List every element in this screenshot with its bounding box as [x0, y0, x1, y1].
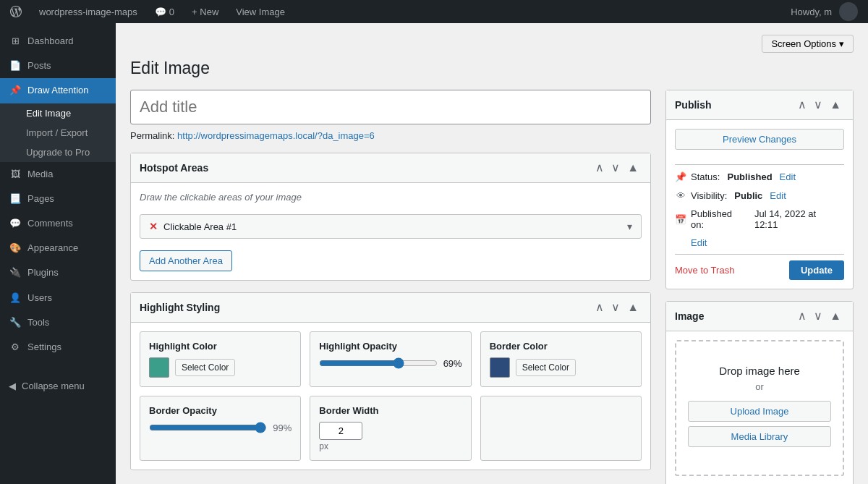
submenu-import-export[interactable]: Import / Export — [0, 123, 116, 143]
publish-collapse-arrow[interactable]: ▲ — [827, 98, 844, 112]
highlight-collapse-down[interactable]: ∨ — [608, 300, 623, 315]
upload-image-button[interactable]: Upload Image — [688, 401, 831, 422]
border-width-input[interactable] — [319, 422, 362, 440]
image-header: Image ∧ ∨ ▲ — [666, 302, 853, 331]
draw-attention-submenu: Edit Image Import / Export Upgrade to Pr… — [0, 103, 116, 162]
sidebar-label-draw-attention: Draw Attention — [27, 84, 89, 97]
published-edit-link[interactable]: Edit — [691, 237, 707, 248]
sidebar-item-pages[interactable]: 📃 Pages — [0, 187, 116, 211]
highlight-color-cell: Highlight Color Select Color — [140, 331, 301, 387]
preview-changes-button[interactable]: Preview Changes — [675, 129, 844, 150]
area1-label: Clickable Area #1 — [163, 221, 627, 232]
media-library-button[interactable]: Media Library — [688, 426, 831, 447]
image-collapse-down[interactable]: ∨ — [811, 309, 825, 323]
drop-zone-text: Drop image here — [688, 365, 831, 377]
sidebar-item-settings[interactable]: ⚙ Settings — [0, 335, 116, 360]
sidebar-item-draw-attention[interactable]: 📌 Draw Attention — [0, 78, 116, 103]
sidebar-label-appearance: Appearance — [27, 242, 78, 255]
highlight-styling-body: Highlight Color Select Color — [131, 323, 650, 470]
page-title: Edit Image — [130, 59, 854, 78]
site-name-bar[interactable]: wordpress-image-maps — [35, 0, 142, 23]
visibility-icon: 👁 — [675, 190, 686, 201]
area1-dropdown-arrow: ▾ — [627, 221, 632, 232]
highlight-opacity-slider[interactable] — [319, 357, 437, 369]
permalink-label: Permalink: — [130, 130, 174, 141]
border-opacity-slider[interactable] — [149, 422, 267, 433]
highlight-styling-title: Highlight Styling — [140, 302, 590, 313]
drop-zone-or: or — [688, 381, 831, 392]
border-opacity-value: 99% — [273, 423, 292, 433]
screen-options-button[interactable]: Screen Options ▾ — [762, 35, 854, 53]
border-color-swatch[interactable] — [490, 357, 510, 378]
publish-body: Preview Changes 📌 Status: Published Edit… — [666, 120, 853, 289]
hotspot-areas-body: Draw the clickable areas of your image ✕… — [131, 183, 650, 280]
sidebar-item-comments[interactable]: 💬 Comments — [0, 211, 116, 236]
border-width-label: Border Width — [319, 405, 461, 416]
view-image-bar-item[interactable]: View Image — [231, 0, 289, 23]
visibility-edit-link[interactable]: Edit — [770, 190, 786, 201]
hotspot-collapse-arrow[interactable]: ▲ — [624, 161, 642, 175]
image-collapse-arrow[interactable]: ▲ — [827, 309, 844, 323]
status-edit-link[interactable]: Edit — [780, 171, 796, 182]
dashboard-icon: ⊞ — [9, 35, 22, 48]
publish-collapse-down[interactable]: ∨ — [811, 98, 825, 112]
styling-grid: Highlight Color Select Color — [140, 331, 642, 387]
preview-changes-label: Preview Changes — [723, 134, 796, 145]
highlight-opacity-cell: Highlight Opacity 69% — [310, 331, 471, 387]
sidebar-item-users[interactable]: 👤 Users — [0, 286, 116, 310]
sidebar-label-pages: Pages — [27, 192, 54, 205]
sidebar-item-plugins[interactable]: 🔌 Plugins — [0, 260, 116, 285]
submenu-upgrade-pro[interactable]: Upgrade to Pro — [0, 143, 116, 162]
styling-grid-row2: Border Opacity 99% Border W — [140, 396, 642, 461]
submenu-edit-image[interactable]: Edit Image — [0, 103, 116, 123]
status-icon: 📌 — [675, 171, 686, 182]
title-input[interactable] — [130, 90, 651, 124]
hotspot-areas-metabox: Hotspot Areas ∧ ∨ ▲ Draw the clickable a… — [130, 153, 651, 281]
update-button[interactable]: Update — [789, 260, 844, 280]
image-drop-zone[interactable]: Drop image here or Upload Image Media Li… — [675, 340, 844, 476]
sidebar-label-dashboard: Dashboard — [27, 35, 74, 48]
sidebar-item-tools[interactable]: 🔧 Tools — [0, 310, 116, 335]
image-title: Image — [675, 310, 795, 322]
highlight-color-swatch[interactable] — [149, 357, 169, 378]
visibility-value: Public — [734, 190, 762, 201]
image-collapse-up[interactable]: ∧ — [795, 309, 809, 323]
border-opacity-cell: Border Opacity 99% — [140, 396, 301, 461]
comments-bar-item[interactable]: 💬 0 — [150, 0, 179, 23]
highlight-collapse-arrow[interactable]: ▲ — [624, 300, 642, 315]
sidebar-item-media[interactable]: 🖼 Media — [0, 162, 116, 187]
highlight-select-color-button[interactable]: Select Color — [175, 359, 235, 376]
hotspot-collapse-up[interactable]: ∧ — [592, 161, 607, 175]
tools-icon: 🔧 — [9, 316, 22, 329]
collapse-menu-btn[interactable]: ◀ Collapse menu — [0, 374, 116, 399]
border-color-label: Border Color — [490, 341, 632, 352]
wp-logo[interactable] — [6, 1, 26, 22]
visibility-label: Visibility: — [691, 190, 727, 201]
howdy-bar-item[interactable]: Howdy, m — [786, 0, 862, 23]
calendar-icon: 📅 — [675, 213, 686, 225]
sidebar-item-dashboard[interactable]: ⊞ Dashboard — [0, 29, 116, 54]
new-bar-item[interactable]: + New — [187, 0, 223, 23]
howdy-text: Howdy, m — [791, 7, 832, 17]
status-label: Status: — [691, 171, 720, 182]
sidebar-item-posts[interactable]: 📄 Posts — [0, 54, 116, 78]
hotspot-collapse-down[interactable]: ∨ — [608, 161, 623, 175]
hotspot-areas-header: Hotspot Areas ∧ ∨ ▲ — [131, 153, 650, 183]
px-label: px — [319, 441, 461, 451]
highlight-opacity-value: 69% — [443, 358, 462, 369]
add-another-area-button[interactable]: Add Another Area — [140, 250, 232, 271]
plugins-icon: 🔌 — [9, 266, 22, 279]
sidebar-item-appearance[interactable]: 🎨 Appearance — [0, 236, 116, 260]
highlight-color-row: Select Color — [149, 357, 292, 378]
admin-bar: wordpress-image-maps 💬 0 + New View Imag… — [0, 0, 868, 23]
update-label: Update — [801, 265, 833, 276]
publish-collapse-up[interactable]: ∧ — [795, 98, 809, 112]
hotspot-areas-title: Hotspot Areas — [140, 162, 590, 174]
permalink-link[interactable]: http://wordpressimagemaps.local/?da_imag… — [177, 130, 375, 141]
clickable-area-1[interactable]: ✕ Clickable Area #1 ▾ — [140, 214, 642, 239]
highlight-collapse-up[interactable]: ∧ — [592, 300, 607, 315]
highlight-opacity-row: 69% — [319, 357, 461, 369]
border-select-color-button[interactable]: Select Color — [516, 359, 576, 376]
area1-remove-btn[interactable]: ✕ — [149, 221, 158, 232]
move-to-trash-link[interactable]: Move to Trash — [675, 265, 734, 276]
